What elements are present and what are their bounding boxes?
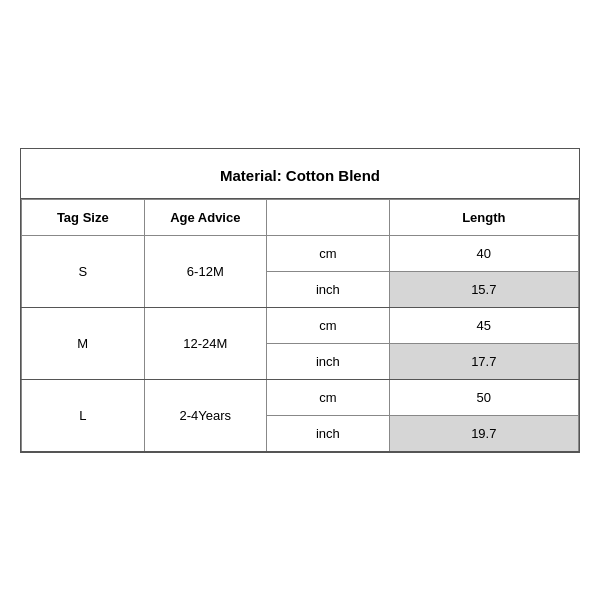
- unit-cell: inch: [267, 271, 390, 307]
- table-row: L2-4Yearscm50: [22, 379, 579, 415]
- unit-cell: inch: [267, 343, 390, 379]
- tag-size-cell: M: [22, 307, 145, 379]
- age-advice-cell: 2-4Years: [144, 379, 267, 451]
- age-advice-cell: 6-12M: [144, 235, 267, 307]
- length-value-cell: 19.7: [389, 415, 578, 451]
- unit-cell: cm: [267, 307, 390, 343]
- table-header-row: Tag Size Age Advice Length: [22, 199, 579, 235]
- table-row: S6-12Mcm40: [22, 235, 579, 271]
- header-unit: [267, 199, 390, 235]
- size-table: Tag Size Age Advice Length S6-12Mcm40inc…: [21, 199, 579, 452]
- length-value-cell: 50: [389, 379, 578, 415]
- tag-size-cell: L: [22, 379, 145, 451]
- table-row: M12-24Mcm45: [22, 307, 579, 343]
- unit-cell: cm: [267, 235, 390, 271]
- header-tag-size: Tag Size: [22, 199, 145, 235]
- size-chart-container: Material: Cotton Blend Tag Size Age Advi…: [20, 148, 580, 453]
- tag-size-cell: S: [22, 235, 145, 307]
- length-value-cell: 15.7: [389, 271, 578, 307]
- length-value-cell: 45: [389, 307, 578, 343]
- length-value-cell: 40: [389, 235, 578, 271]
- length-value-cell: 17.7: [389, 343, 578, 379]
- unit-cell: cm: [267, 379, 390, 415]
- chart-title: Material: Cotton Blend: [21, 149, 579, 199]
- header-length: Length: [389, 199, 578, 235]
- header-age-advice: Age Advice: [144, 199, 267, 235]
- unit-cell: inch: [267, 415, 390, 451]
- table-body: S6-12Mcm40inch15.7M12-24Mcm45inch17.7L2-…: [22, 235, 579, 451]
- age-advice-cell: 12-24M: [144, 307, 267, 379]
